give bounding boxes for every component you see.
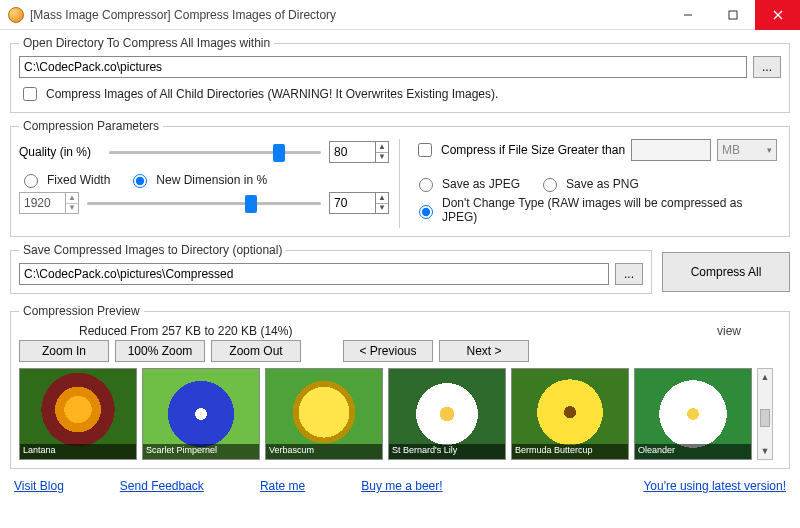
preview-thumbnail[interactable]: Lantana — [19, 368, 137, 460]
fixed-width-down-icon: ▼ — [66, 204, 78, 214]
send-feedback-link[interactable]: Send Feedback — [120, 479, 204, 493]
rate-me-link[interactable]: Rate me — [260, 479, 305, 493]
thumbnail-caption: Oleander — [635, 444, 751, 459]
svg-rect-1 — [729, 11, 737, 19]
thumbnail-caption: Verbascum — [266, 444, 382, 459]
next-button[interactable]: Next > — [439, 340, 529, 362]
compression-parameters-group: Compression Parameters Quality (in %) ▲▼… — [10, 119, 790, 237]
preview-thumbnail[interactable]: St Bernard's Lily — [388, 368, 506, 460]
compress-if-value-input — [631, 139, 711, 161]
fixed-width-label: Fixed Width — [47, 173, 110, 187]
compression-preview-group: Compression Preview Reduced From 257 KB … — [10, 304, 790, 469]
dont-change-type-label: Don't Change Type (RAW images will be co… — [442, 196, 781, 224]
chevron-down-icon: ▾ — [767, 145, 772, 155]
save-jpeg-label: Save as JPEG — [442, 177, 520, 191]
compress-if-label: Compress if File Size Greater than — [441, 143, 625, 157]
app-icon — [8, 7, 24, 23]
titlebar: [Mass Image Compressor] Compress Images … — [0, 0, 800, 30]
visit-blog-link[interactable]: Visit Blog — [14, 479, 64, 493]
child-directories-checkbox[interactable] — [23, 87, 37, 101]
save-jpeg-radio[interactable] — [419, 178, 433, 192]
zoom-in-button[interactable]: Zoom In — [19, 340, 109, 362]
size-unit-select: MB ▾ — [717, 139, 777, 161]
scroll-up-icon[interactable]: ▲ — [758, 369, 772, 385]
dont-change-type-radio[interactable] — [419, 205, 433, 219]
compress-all-button[interactable]: Compress All — [662, 252, 790, 292]
preview-thumbnail[interactable]: Scarlet Pimpernel — [142, 368, 260, 460]
save-png-radio[interactable] — [543, 178, 557, 192]
preview-scrollbar[interactable]: ▲ ▼ — [757, 368, 773, 460]
thumbnail-caption: Lantana — [20, 444, 136, 459]
quality-up-icon[interactable]: ▲ — [376, 142, 388, 153]
scroll-handle[interactable] — [760, 409, 770, 427]
minimize-button[interactable] — [665, 0, 710, 30]
save-png-label: Save as PNG — [566, 177, 639, 191]
new-dimension-label: New Dimension in % — [156, 173, 267, 187]
dimension-slider[interactable] — [87, 193, 321, 213]
child-directories-label: Compress Images of All Child Directories… — [46, 87, 498, 101]
compression-preview-legend: Compression Preview — [19, 304, 144, 318]
source-directory-input[interactable] — [19, 56, 747, 78]
scroll-down-icon[interactable]: ▼ — [758, 443, 772, 459]
zoom-100-button[interactable]: 100% Zoom — [115, 340, 205, 362]
target-directory-input[interactable] — [19, 263, 609, 285]
size-unit-value: MB — [722, 143, 740, 157]
fixed-width-radio[interactable] — [24, 174, 38, 188]
quality-spin[interactable]: ▲▼ — [329, 141, 389, 163]
quality-label: Quality (in %) — [19, 145, 101, 159]
new-dimension-radio[interactable] — [133, 174, 147, 188]
buy-beer-link[interactable]: Buy me a beer! — [361, 479, 442, 493]
open-directory-group: Open Directory To Compress All Images wi… — [10, 36, 790, 113]
maximize-button[interactable] — [710, 0, 755, 30]
view-label: view — [717, 324, 741, 338]
compression-parameters-legend: Compression Parameters — [19, 119, 163, 133]
footer-links: Visit Blog Send Feedback Rate me Buy me … — [10, 475, 790, 493]
quality-value-input[interactable] — [329, 141, 375, 163]
open-directory-legend: Open Directory To Compress All Images wi… — [19, 36, 274, 50]
thumbnail-caption: Scarlet Pimpernel — [143, 444, 259, 459]
reduced-message: Reduced From 257 KB to 220 KB (14%) — [79, 324, 292, 338]
thumbnail-caption: Bermuda Buttercup — [512, 444, 628, 459]
browse-target-button[interactable]: ... — [615, 263, 643, 285]
version-link[interactable]: You're using latest version! — [643, 479, 786, 493]
save-directory-legend: Save Compressed Images to Directory (opt… — [19, 243, 286, 257]
dimension-up-icon[interactable]: ▲ — [376, 193, 388, 204]
compress-if-checkbox[interactable] — [418, 143, 432, 157]
quality-down-icon[interactable]: ▼ — [376, 153, 388, 163]
close-button[interactable] — [755, 0, 800, 30]
save-directory-group: Save Compressed Images to Directory (opt… — [10, 243, 652, 294]
fixed-width-up-icon: ▲ — [66, 193, 78, 204]
dimension-value-input[interactable] — [329, 192, 375, 214]
browse-source-button[interactable]: ... — [753, 56, 781, 78]
quality-slider[interactable] — [109, 142, 321, 162]
preview-thumbnail[interactable]: Bermuda Buttercup — [511, 368, 629, 460]
previous-button[interactable]: < Previous — [343, 340, 433, 362]
dimension-down-icon[interactable]: ▼ — [376, 204, 388, 214]
preview-thumbnail[interactable]: Oleander — [634, 368, 752, 460]
zoom-out-button[interactable]: Zoom Out — [211, 340, 301, 362]
window-title: [Mass Image Compressor] Compress Images … — [30, 8, 665, 22]
fixed-width-value-input — [19, 192, 65, 214]
preview-thumbnail[interactable]: Verbascum — [265, 368, 383, 460]
fixed-width-spin: ▲▼ — [19, 192, 79, 214]
thumbnail-caption: St Bernard's Lily — [389, 444, 505, 459]
dimension-spin[interactable]: ▲▼ — [329, 192, 389, 214]
